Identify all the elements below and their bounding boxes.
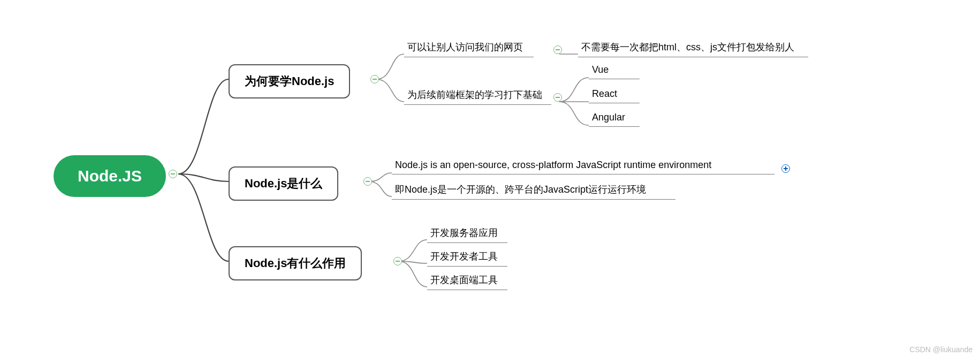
why-leaf-access-detail[interactable]: 不需要每一次都把html、css、js文件打包发给别人 xyxy=(578,37,808,57)
root-node[interactable]: Node.JS xyxy=(54,155,166,197)
topic-why-learn[interactable]: 为何要学Node.js xyxy=(229,64,350,98)
collapse-icon[interactable] xyxy=(370,75,379,83)
collapse-icon[interactable] xyxy=(363,177,372,186)
use-leaf-devtools[interactable]: 开发开发者工具 xyxy=(427,247,507,267)
leaf-text: React xyxy=(592,88,617,99)
why-leaf-access[interactable]: 可以让别人访问我们的网页 xyxy=(404,37,534,57)
expand-icon[interactable] xyxy=(781,164,790,173)
topic-what-label: Node.js是什么 xyxy=(245,177,322,190)
collapse-icon[interactable] xyxy=(553,93,562,102)
what-leaf-en[interactable]: Node.js is an open-source, cross-platfor… xyxy=(392,156,774,174)
leaf-text: 即Node.js是一个开源的、跨平台的JavaScript运行运行环境 xyxy=(395,184,646,195)
leaf-text: Node.js is an open-source, cross-platfor… xyxy=(395,159,711,170)
topic-why-label: 为何要学Node.js xyxy=(245,74,334,88)
framework-react[interactable]: React xyxy=(589,85,640,103)
collapse-icon[interactable] xyxy=(553,45,562,54)
leaf-text: 为后续前端框架的学习打下基础 xyxy=(407,89,542,100)
framework-vue[interactable]: Vue xyxy=(589,61,640,79)
leaf-text: 开发开发者工具 xyxy=(430,251,498,262)
topic-use-for[interactable]: Node.js有什么作用 xyxy=(229,246,362,280)
collapse-icon[interactable] xyxy=(393,257,402,265)
root-label: Node.JS xyxy=(78,167,142,185)
leaf-text: Angular xyxy=(592,112,625,123)
what-leaf-zh[interactable]: 即Node.js是一个开源的、跨平台的JavaScript运行运行环境 xyxy=(392,180,675,200)
framework-angular[interactable]: Angular xyxy=(589,109,640,127)
watermark: CSDN @liukuande xyxy=(909,345,973,354)
use-leaf-desktop[interactable]: 开发桌面端工具 xyxy=(427,270,507,290)
use-leaf-server[interactable]: 开发服务器应用 xyxy=(427,223,507,243)
leaf-text: Vue xyxy=(592,64,609,75)
collapse-icon[interactable] xyxy=(169,170,177,178)
topic-what-is[interactable]: Node.js是什么 xyxy=(229,166,338,201)
watermark-text: CSDN @liukuande xyxy=(909,345,973,354)
why-leaf-frameworks[interactable]: 为后续前端框架的学习打下基础 xyxy=(404,85,551,105)
leaf-text: 开发服务器应用 xyxy=(430,227,498,238)
topic-use-label: Node.js有什么作用 xyxy=(245,256,346,270)
leaf-text: 不需要每一次都把html、css、js文件打包发给别人 xyxy=(581,42,794,52)
leaf-text: 开发桌面端工具 xyxy=(430,275,498,285)
leaf-text: 可以让别人访问我们的网页 xyxy=(407,42,523,52)
